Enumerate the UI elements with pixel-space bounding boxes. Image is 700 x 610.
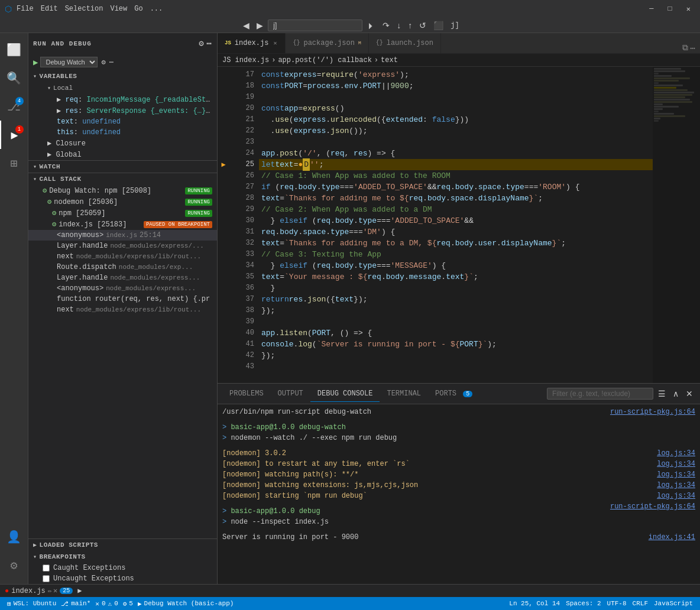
local-section-header[interactable]: ▾ Local [28,82,217,94]
var-req[interactable]: ▶ req: IncomingMessage {_readableState: … [28,94,217,105]
console-link-7[interactable]: run-script-pkg.js:64 [610,501,695,512]
panel-collapse-btn[interactable]: ∧ [670,388,681,400]
var-text[interactable]: text: undefined [28,116,217,127]
callstack-next-1[interactable]: next node_modules/express/lib/rout... [28,251,217,262]
menu-file[interactable]: File [17,5,34,13]
debug-input[interactable] [268,20,362,31]
menu-selection[interactable]: Selection [65,5,103,13]
split-editor-icon[interactable]: ⧉ [682,43,688,53]
restart-button[interactable]: ↺ [417,20,429,31]
panel-tab-problems[interactable]: PROBLEMS [222,386,271,401]
run-play-button[interactable]: ▶ [33,57,38,67]
callstack-route-dispatch[interactable]: Route.dispatch node_modules/exp... [28,262,217,272]
variables-header[interactable]: ▾ VARIABLES [28,70,217,82]
step-into-button[interactable]: ↓ [394,20,403,31]
console-link-6[interactable]: log.js:34 [657,491,695,501]
settings-gear-icon[interactable]: ⚙ [199,38,204,48]
callstack-anonymous-2[interactable]: <anonymous> node_modules/express... [28,283,217,294]
bottom-indexjs-label[interactable]: index.js [11,587,46,595]
status-wsl[interactable]: ⊞ WSL: Ubuntu [5,600,59,608]
global-section[interactable]: ▶ Global [28,149,217,160]
step-out-button[interactable]: ↑ [406,20,414,31]
activity-settings[interactable]: ⚙ [0,551,28,579]
callstack-indexjs[interactable]: ⚙ index.js [25183] PAUSED ON BREAKPOINT [28,219,217,230]
indexjs-close-btn[interactable]: ✕ [272,39,278,47]
activity-explorer[interactable]: ⬜ [0,35,28,64]
debug-config-select[interactable]: Debug Watch [40,57,98,67]
status-spaces[interactable]: Spaces: 2 [563,600,603,607]
status-debug-sessions[interactable]: ⚙ 5 [121,600,135,608]
tab-package-json[interactable]: {} package.json M [286,33,368,53]
status-branch[interactable]: ⎇ main* [59,600,93,608]
debug-more-icon[interactable]: ⋯ [109,58,114,67]
close-button[interactable]: ✕ [682,5,695,14]
tab-launch-json[interactable]: {} launch.json [369,33,441,53]
breadcrumb-file[interactable]: JS index.js [222,56,269,64]
console-link-2[interactable]: log.js:34 [657,448,695,459]
callstack-layer-handle-2[interactable]: Layer.handle node_modules/express... [28,272,217,283]
activity-search[interactable]: 🔍 [0,64,28,92]
bottom-edit-icon[interactable]: ✏ [48,586,52,595]
activity-extensions[interactable]: ⊞ [0,149,28,177]
callstack-function-router[interactable]: function router(req, res, next) {.pr [28,294,217,304]
breadcrumb-callback[interactable]: app.post('/') callback [278,56,371,64]
menu-bar[interactable]: File Edit Selection View Go ... [17,5,163,13]
menu-go[interactable]: Go [134,5,142,13]
callstack-npm[interactable]: ⚙ npm [25059] RUNNING [28,207,217,219]
status-line-col[interactable]: Ln 25, Col 14 [507,600,562,607]
status-line-endings[interactable]: CRLF [630,600,650,607]
status-errors[interactable]: ✕ 0 ⚠ 0 [93,600,120,608]
console-link-4[interactable]: log.js:34 [657,469,695,480]
uncaught-exceptions-checkbox[interactable] [43,575,50,582]
continue-button[interactable]: ⏵ [365,20,378,31]
callstack-debug-watch[interactable]: ⚙ Debug Watch: npm [25008] RUNNING [28,185,217,196]
console-link-8[interactable]: index.js:41 [649,532,695,543]
panel-tab-debug-console[interactable]: DEBUG CONSOLE [310,386,380,402]
maximize-button[interactable]: □ [663,5,677,14]
caught-exceptions-item[interactable]: Caught Exceptions [28,563,217,573]
bottom-close-icon[interactable]: ✕ [53,586,57,595]
activity-source-control[interactable]: ⎇ 4 [0,92,28,121]
callstack-next-2[interactable]: next node_modules/express/lib/rout... [28,304,217,315]
console-link-5[interactable]: log.js:34 [657,480,695,491]
minimize-button[interactable]: ─ [644,5,658,14]
debug-settings-icon[interactable]: ⚙ [101,58,105,67]
breadcrumb-text[interactable]: text [381,56,398,64]
call-stack-header[interactable]: ▾ CALL STACK [28,173,217,185]
panel-close-btn[interactable]: ✕ [683,388,695,400]
callstack-layer-handle-1[interactable]: Layer.handle node_modules/express/... [28,241,217,251]
closure-section[interactable]: ▶ Closure [28,138,217,149]
step-over-button[interactable]: ↷ [380,20,392,31]
code-content[interactable]: const express = require('express'); cons… [259,67,653,383]
panel-filter-input[interactable] [547,388,653,400]
caught-exceptions-checkbox[interactable] [43,564,50,572]
stop-button[interactable]: ⬛ [431,20,446,31]
bp-25[interactable]: ▶ [218,159,229,170]
menu-edit[interactable]: Edit [41,5,58,13]
panel-filter-btn[interactable]: ☰ [656,388,668,400]
panel-tab-terminal[interactable]: TERMINAL [380,386,428,401]
window-controls[interactable]: ─ □ ✕ [644,5,695,14]
callstack-anonymous[interactable]: <anonymous> index.js 25:14 [28,230,217,241]
status-debug-watch[interactable]: ▶ Debug Watch (basic-app) [135,600,236,608]
menu-view[interactable]: View [110,5,127,13]
bottom-arrow-icon[interactable]: ▶ [77,586,82,595]
var-this[interactable]: this: undefined [28,127,217,138]
console-link-3[interactable]: log.js:34 [657,459,695,469]
activity-run-debug[interactable]: ▶ 1 [0,121,28,149]
activity-accounts[interactable]: 👤 [0,523,28,551]
forward-button[interactable]: ▶ [254,20,265,31]
watch-header[interactable]: ▾ WATCH [28,161,217,173]
console-link-1[interactable]: run-script-pkg.js:64 [610,407,695,417]
more-tabs-icon[interactable]: ⋯ [691,43,695,53]
panel-tab-ports[interactable]: PORTS 5 [428,386,479,401]
uncaught-exceptions-item[interactable]: Uncaught Exceptions [28,573,217,584]
loaded-scripts-header[interactable]: ▶ LOADED SCRIPTS [28,539,217,551]
breakpoints-header[interactable]: ▾ BREAKPOINTS [28,551,217,563]
var-res[interactable]: ▶ res: ServerResponse {_events: {…}, _ev… [28,105,217,116]
status-encoding[interactable]: UTF-8 [605,600,629,607]
tab-index-js[interactable]: JS index.js ✕ [218,33,286,53]
panel-tab-output[interactable]: OUTPUT [271,386,310,401]
more-options-icon[interactable]: ⋯ [207,38,212,48]
code-editor[interactable]: ▶ 17 18 19 20 21 22 23 24 25 26 27 28 [218,67,700,383]
